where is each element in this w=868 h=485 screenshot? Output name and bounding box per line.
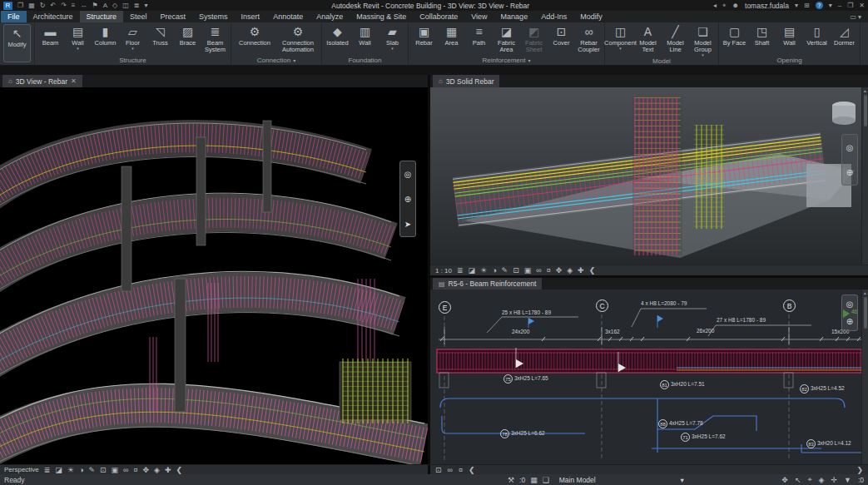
dormer-button[interactable]: ◿Dormer	[831, 23, 858, 47]
tab-modify[interactable]: Modify	[573, 11, 609, 22]
grid-bubble-e[interactable]: E	[439, 301, 451, 314]
sketchy-lines-icon[interactable]: ✎	[88, 466, 95, 474]
signed-in-user[interactable]: tomasz.fudala	[745, 2, 789, 10]
tab-architecture[interactable]: Architecture	[27, 11, 80, 22]
isolated-button[interactable]: ◆Isolated	[324, 23, 351, 47]
tab-collaborate[interactable]: Collaborate	[413, 11, 464, 22]
bar-tag[interactable]: 833xH20 L=4.12	[806, 439, 851, 448]
crop-view-icon[interactable]: ⊡	[100, 466, 107, 474]
rebar-button[interactable]: ▣Rebar	[410, 23, 438, 47]
expand-arrow-icon[interactable]: ❯	[856, 466, 863, 474]
opening-panel-label[interactable]: Opening	[719, 55, 860, 65]
text-icon[interactable]: A	[103, 2, 107, 9]
tab-annotate[interactable]: Annotate	[266, 11, 310, 22]
close-button[interactable]: ✕	[859, 2, 865, 9]
zoom-icon[interactable]: ⊕	[846, 168, 853, 177]
thin-lines-icon[interactable]: ≣	[457, 266, 464, 275]
view-tab-3d-solid-rebar[interactable]: ⌂ 3D Solid Rebar	[433, 75, 499, 87]
structure-panel-label[interactable]: Structure	[35, 55, 231, 65]
model-text-button[interactable]: AModel Text	[634, 23, 662, 53]
tab-systems[interactable]: Systems	[192, 11, 235, 22]
section-icon[interactable]: ◫	[122, 2, 129, 9]
crop-view-icon[interactable]: ⊡	[513, 266, 519, 275]
redo-icon[interactable]: ↷	[61, 2, 67, 9]
by-face-button[interactable]: ▢By Face	[721, 23, 748, 47]
tab-structure[interactable]: Structure	[80, 11, 124, 22]
connection-automation-button[interactable]: ⚙Connection Automation	[276, 23, 320, 53]
minimize-button[interactable]: –	[838, 2, 841, 9]
bar-tag[interactable]: 813xH20 L=7.51	[660, 380, 705, 389]
tag-icon[interactable]: ⚑	[92, 2, 98, 9]
grid-bubble-c[interactable]: C	[596, 299, 608, 312]
tab-steel[interactable]: Steel	[123, 11, 154, 22]
visual-style-icon[interactable]: ◪	[469, 266, 476, 275]
worksharing-display-icon[interactable]: ✥	[556, 266, 563, 275]
user-caret-icon[interactable]: ▾	[795, 2, 798, 9]
connection-panel-label[interactable]: Connection▾	[231, 55, 321, 65]
steering-wheel-icon[interactable]: ◎	[846, 143, 854, 152]
constraints-icon[interactable]: ✚	[165, 466, 171, 474]
foundation-panel-label[interactable]: Foundation	[322, 55, 408, 65]
slab-button[interactable]: ▰Slab▾	[379, 23, 406, 50]
worksets-icon[interactable]: ⚒	[508, 476, 514, 484]
rebar-set-label[interactable]: 25 x H8 L=1780 - 89	[502, 309, 551, 315]
reveal-hidden-icon[interactable]: ¤	[459, 466, 463, 474]
tab-add-ins[interactable]: Add-Ins	[534, 11, 573, 22]
sync-icon[interactable]: ↻	[40, 2, 46, 9]
worksharing-display-icon[interactable]: ✥	[142, 466, 149, 474]
foundation-wall-button[interactable]: ▥Wall	[351, 23, 379, 47]
3d-solid-rebar-canvas[interactable]: ◎ ⊕ ▴	[430, 87, 868, 265]
tab-analyze[interactable]: Analyze	[310, 11, 350, 22]
area-reinforcement-button[interactable]: ▦Area	[438, 23, 465, 47]
worksets-dialog-icon[interactable]: ▦	[530, 476, 538, 484]
open-icon[interactable]: ❐	[17, 2, 23, 9]
collapse-arrow-icon[interactable]: ❮	[176, 466, 182, 474]
select-underlay-icon[interactable]: ↖	[795, 476, 801, 484]
spacing-label[interactable]: 26x200	[697, 328, 714, 334]
collapse-arrow-icon[interactable]: ❮	[469, 466, 475, 474]
bar-tag[interactable]: 823xH25 L=4.52	[800, 384, 845, 393]
model-panel-label[interactable]: Model	[605, 57, 718, 65]
default-3d-view-icon[interactable]: ◇	[112, 2, 117, 9]
zoom-icon[interactable]: ⊕	[404, 195, 411, 204]
beam-reinforcement-canvas[interactable]: E C B 25 x H8 L=1780 - 89 4 x H8 L=2080 …	[430, 290, 868, 464]
brace-button[interactable]: ▨Brace	[174, 23, 201, 47]
sun-path-icon[interactable]: ☀	[480, 266, 487, 275]
back-arrow-icon[interactable]: ◂	[713, 2, 717, 9]
bar-tag[interactable]: 884xH25 L=7.78	[658, 419, 703, 428]
vertical-opening-button[interactable]: ▯Vertical	[803, 23, 831, 47]
modify-button[interactable]: ↖ Modify	[3, 24, 31, 62]
cover-button[interactable]: ⊡Cover	[548, 23, 575, 47]
dimension-icon[interactable]: ↔	[81, 2, 87, 9]
vertical-scrollbar[interactable]: ▴	[861, 290, 868, 464]
beam-button[interactable]: ▬Beam	[37, 23, 64, 47]
scroll-up-icon[interactable]: ▴	[864, 290, 866, 295]
help-icon[interactable]: ?	[816, 2, 823, 9]
print-icon[interactable]: ≡	[72, 2, 76, 9]
constraints-icon[interactable]: ✚	[578, 266, 584, 275]
3d-rebar-canvas[interactable]: ◎ ⊕ ➤	[0, 87, 428, 464]
temporary-hide-isolate-icon[interactable]: ∞	[448, 466, 453, 474]
analytical-model-icon[interactable]: ◈	[154, 466, 160, 474]
wall-button[interactable]: ▤Wall▾	[64, 23, 92, 50]
spacing-label[interactable]: 3x162	[605, 329, 620, 334]
path-reinforcement-button[interactable]: ≡Path	[465, 23, 493, 47]
tab-file[interactable]: File	[1, 11, 27, 22]
crop-view-icon[interactable]: ⊡	[435, 466, 442, 474]
view-tab-beam-reinforcement[interactable]: ▤ R5-6 - Beam Reinforcement	[433, 278, 542, 290]
grid-bubble-b[interactable]: B	[783, 299, 796, 312]
editing-requests-icon[interactable]: ❑	[543, 476, 549, 484]
collapse-arrow-icon[interactable]: ❮	[589, 266, 596, 275]
select-pinned-icon[interactable]: ⌖	[807, 475, 811, 484]
tab-precast[interactable]: Precast	[154, 11, 193, 22]
perspective-indicator[interactable]: Perspective	[4, 466, 39, 473]
rebar-set-label[interactable]: 4 x H8 L=2080 - 79	[641, 300, 687, 306]
shaft-button[interactable]: ◳Shaft	[748, 23, 776, 47]
revit-logo-icon[interactable]: R	[3, 2, 12, 10]
steering-wheel-icon[interactable]: ◎	[846, 299, 854, 309]
visual-style-icon[interactable]: ◪	[55, 466, 62, 474]
reveal-hidden-icon[interactable]: ¤	[133, 466, 137, 474]
scrollbar-thumb[interactable]	[864, 95, 867, 126]
steering-wheel-icon[interactable]: ◎	[404, 170, 412, 179]
tab-manage[interactable]: Manage	[494, 11, 535, 22]
